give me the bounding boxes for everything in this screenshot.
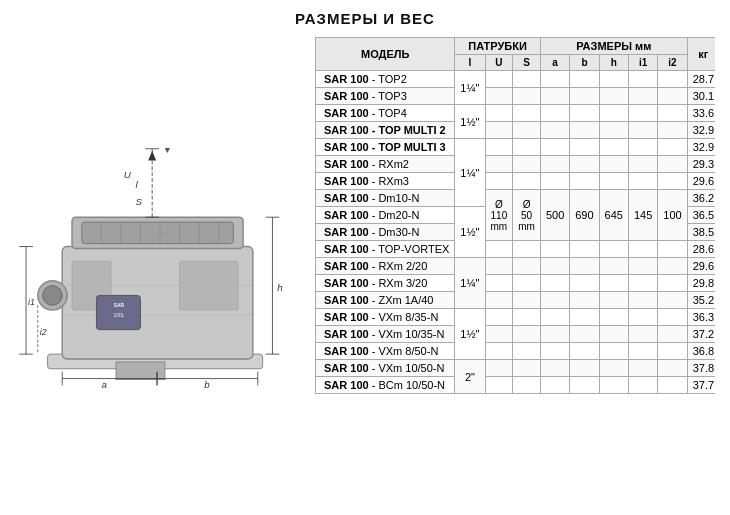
patrubki-u-cell: Ø110mm <box>485 190 513 241</box>
model-cell: SAR 100 - ZXm 1A/40 <box>316 292 455 309</box>
kg-cell: 28.6 <box>687 241 715 258</box>
model-cell: SAR 100 - VXm 8/50-N <box>316 343 455 360</box>
dim-i2-cell <box>658 343 687 360</box>
patrubki-s-cell <box>513 309 541 326</box>
dim-i2-cell <box>658 326 687 343</box>
table-row: SAR 100 - Dm10-NØ110mmØ50mm5006906451451… <box>316 190 716 207</box>
dim-i1-cell <box>628 105 657 122</box>
patrubki-s-cell <box>513 139 541 156</box>
dim-i2-cell: 100 <box>658 190 687 241</box>
kg-cell: 29.6 <box>687 173 715 190</box>
patrubki-l-cell: 1½" <box>455 105 485 139</box>
table-row: SAR 100 - TOP MULTI 232.9 <box>316 122 716 139</box>
kg-cell: 36.5 <box>687 207 715 224</box>
dim-b-cell <box>570 326 599 343</box>
dim-a-cell <box>540 139 569 156</box>
dim-h-cell <box>599 71 628 88</box>
svg-text:U: U <box>124 169 132 180</box>
dim-b-cell <box>570 292 599 309</box>
dim-b-cell <box>570 122 599 139</box>
dim-a-cell <box>540 377 569 394</box>
dim-i1-cell <box>628 139 657 156</box>
dim-h-cell <box>599 258 628 275</box>
svg-text:▼: ▼ <box>163 145 172 155</box>
dim-b-cell <box>570 360 599 377</box>
dim-i1-cell <box>628 309 657 326</box>
dim-i2-cell <box>658 377 687 394</box>
dim-h-cell <box>599 343 628 360</box>
patrubki-s-cell <box>513 173 541 190</box>
kg-cell: 29.8 <box>687 275 715 292</box>
kg-cell: 36.3 <box>687 309 715 326</box>
kg-cell: 35.2 <box>687 292 715 309</box>
dim-a-cell <box>540 292 569 309</box>
dim-b-cell <box>570 173 599 190</box>
model-cell: SAR 100 - RXm2 <box>316 156 455 173</box>
dim-b-cell <box>570 275 599 292</box>
dim-i1-cell: 145 <box>628 190 657 241</box>
dim-a-cell <box>540 343 569 360</box>
table-row: SAR 100 - VXm 8/50-N36.8 <box>316 343 716 360</box>
dim-i1-cell <box>628 88 657 105</box>
dim-b-cell <box>570 105 599 122</box>
page: РАЗМЕРЫ И ВЕС <box>0 0 730 515</box>
dim-i1-cell <box>628 173 657 190</box>
table-row: SAR 100 - VXm 8/35-N1½"36.3 <box>316 309 716 326</box>
model-cell: SAR 100 - RXm 2/20 <box>316 258 455 275</box>
dim-i2-cell <box>658 88 687 105</box>
patrubki-s-cell <box>513 377 541 394</box>
model-cell: SAR 100 - TOP4 <box>316 105 455 122</box>
dim-h-cell <box>599 156 628 173</box>
dim-h-cell <box>599 241 628 258</box>
table-row: SAR 100 - VXm 10/35-N37.2 <box>316 326 716 343</box>
patrubki-u-cell <box>485 275 513 292</box>
table-row: SAR 100 - RXm229.3 <box>316 156 716 173</box>
patrubki-u-cell <box>485 360 513 377</box>
col-header-razmery: РАЗМЕРЫ мм <box>540 38 687 55</box>
dimension-diagram: SAR 100L l ▼ U S h <box>15 51 305 491</box>
dim-i2-cell <box>658 275 687 292</box>
kg-cell: 38.5 <box>687 224 715 241</box>
dim-h-cell <box>599 88 628 105</box>
dim-b-cell <box>570 309 599 326</box>
model-cell: SAR 100 - RXm3 <box>316 173 455 190</box>
dim-a-cell <box>540 258 569 275</box>
dim-h-cell <box>599 377 628 394</box>
patrubki-s-cell <box>513 258 541 275</box>
patrubki-s-cell <box>513 275 541 292</box>
patrubki-l-cell: 1½" <box>455 309 485 360</box>
subheader-u: U <box>485 55 513 71</box>
dim-h-cell <box>599 122 628 139</box>
patrubki-u-cell <box>485 173 513 190</box>
kg-cell: 37.2 <box>687 326 715 343</box>
kg-cell: 28.7 <box>687 71 715 88</box>
dim-i1-cell <box>628 343 657 360</box>
table-row: SAR 100 - TOP41½"33.6 <box>316 105 716 122</box>
dim-b-cell <box>570 156 599 173</box>
table-row: SAR 100 - BCm 10/50-N37.7 <box>316 377 716 394</box>
dim-i2-cell <box>658 173 687 190</box>
patrubki-s-cell <box>513 241 541 258</box>
kg-cell: 29.3 <box>687 156 715 173</box>
content-area: SAR 100L l ▼ U S h <box>15 37 715 505</box>
svg-rect-22 <box>116 362 165 380</box>
kg-cell: 30.1 <box>687 88 715 105</box>
table-area: МОДЕЛЬ ПАТРУБКИ РАЗМЕРЫ мм кг l U S a b … <box>315 37 715 505</box>
kg-cell: 36.8 <box>687 343 715 360</box>
dim-h-cell <box>599 309 628 326</box>
patrubki-u-cell <box>485 139 513 156</box>
model-cell: SAR 100 - BCm 10/50-N <box>316 377 455 394</box>
dim-i1-cell <box>628 71 657 88</box>
dim-b-cell <box>570 88 599 105</box>
dim-h-cell <box>599 326 628 343</box>
dim-i1-cell <box>628 326 657 343</box>
dim-a-cell <box>540 173 569 190</box>
subheader-a: a <box>540 55 569 71</box>
dim-i1-cell <box>628 241 657 258</box>
patrubki-u-cell <box>485 343 513 360</box>
patrubki-l-cell: 2" <box>455 360 485 394</box>
dim-b-cell <box>570 258 599 275</box>
patrubki-s-cell <box>513 326 541 343</box>
dim-i2-cell <box>658 258 687 275</box>
patrubki-u-cell <box>485 156 513 173</box>
